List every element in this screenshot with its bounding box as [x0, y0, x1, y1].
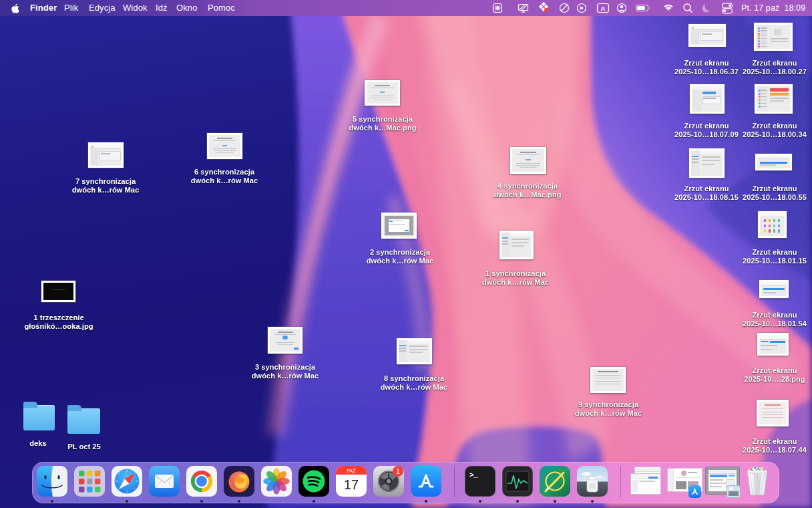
svg-text:A: A: [601, 5, 606, 12]
svg-text:>_: >_: [469, 471, 479, 479]
svg-text:17: 17: [344, 477, 359, 492]
svg-text:PAŹ: PAŹ: [347, 468, 356, 473]
svg-text:1: 1: [396, 467, 400, 475]
